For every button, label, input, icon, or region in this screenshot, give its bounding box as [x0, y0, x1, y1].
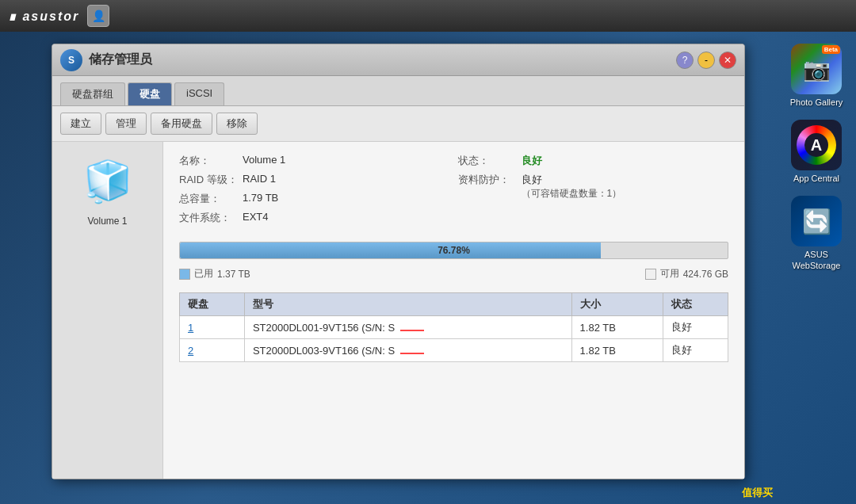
progress-text: 76.78%	[438, 245, 470, 256]
beta-badge: Beta	[822, 45, 840, 54]
filesystem-row: 文件系统： EXT4	[179, 211, 450, 225]
name-label: 名称：	[179, 154, 243, 168]
desktop: S 储存管理员 ? - ✕ 硬盘群组 硬盘 iSCSI 建立 管理 备用硬盘 移…	[0, 32, 856, 504]
app-webstorage[interactable]: ASUSWebStorage	[785, 192, 848, 274]
sn-redacted-1	[400, 330, 424, 331]
disk-link-1[interactable]: 1	[188, 322, 193, 334]
minimize-button[interactable]: -	[697, 52, 715, 69]
disk-size-2: 1.82 TB	[571, 339, 663, 362]
tab-raid-group[interactable]: 硬盘群组	[60, 82, 125, 105]
taskbar: ∎ asustor 👤	[0, 0, 856, 32]
col-header-model: 型号	[244, 293, 571, 316]
storage-legend: 已用 1.37 TB 可用 424.76 GB	[179, 267, 728, 281]
name-value: Volume 1	[243, 154, 285, 166]
total-label: 总容量：	[179, 192, 243, 206]
cube-icon: 🧊	[83, 158, 132, 204]
help-button[interactable]: ?	[676, 52, 694, 69]
disk-row-2: 2 ST2000DL003-9VT166 (S/N: S 1.82 TB 良好	[180, 339, 728, 362]
free-value: 424.76 GB	[683, 269, 728, 280]
total-value: 1.79 TB	[243, 192, 278, 204]
volume-icon[interactable]: 🧊	[80, 154, 136, 209]
disk-table: 硬盘 型号 大小 状态 1 ST2000DL001-9VT156	[179, 292, 728, 362]
disk-status-1: 良好	[663, 316, 728, 339]
filesystem-label: 文件系统：	[179, 211, 243, 225]
disk-id-2: 2	[180, 339, 245, 362]
volume-name: Volume 1	[87, 216, 127, 227]
filesystem-value: EXT4	[243, 211, 269, 223]
window-controls: ? - ✕	[676, 52, 736, 69]
disk-model-1: ST2000DL001-9VT156 (S/N: S	[244, 316, 571, 339]
watermark-text: 值得买	[742, 487, 773, 498]
webstorage-icon-img	[791, 196, 842, 246]
status-label: 状态：	[458, 154, 522, 168]
app-central-icon-img	[791, 120, 842, 170]
storage-manager-window: S 储存管理员 ? - ✕ 硬盘群组 硬盘 iSCSI 建立 管理 备用硬盘 移…	[52, 44, 745, 479]
disk-size-1: 1.82 TB	[571, 316, 663, 339]
col-header-status: 状态	[663, 293, 728, 316]
tab-bar: 硬盘群组 硬盘 iSCSI	[52, 76, 744, 106]
data-protection-note: （可容错硬盘数量：1）	[522, 188, 622, 199]
volume-name-row: 名称： Volume 1	[179, 154, 450, 168]
tab-iscsi[interactable]: iSCSI	[174, 82, 224, 105]
toolbar: 建立 管理 备用硬盘 移除	[52, 106, 744, 142]
data-protection-label: 资料防护：	[458, 173, 522, 187]
free-legend: 可用 424.76 GB	[645, 267, 728, 281]
manage-button[interactable]: 管理	[105, 113, 147, 135]
rainbow-arc	[797, 125, 836, 165]
photo-gallery-icon-img: Beta	[791, 44, 842, 94]
content-area: 🧊 Volume 1 名称： Volume 1 RAID 等级：	[52, 142, 744, 479]
disk-row-1: 1 ST2000DL001-9VT156 (S/N: S 1.82 TB 良好	[180, 316, 728, 339]
info-section-left: 名称： Volume 1 RAID 等级： RAID 1 总容量： 1.79 T…	[179, 154, 450, 230]
spare-disk-button[interactable]: 备用硬盘	[151, 113, 212, 135]
col-header-disk: 硬盘	[180, 293, 245, 316]
app-central-label: App Central	[793, 174, 839, 184]
used-label: 已用	[194, 267, 213, 281]
free-color-swatch	[645, 269, 656, 280]
close-button[interactable]: ✕	[719, 52, 736, 69]
app-sidebar: Beta Photo Gallery App Central ASUSWebSt…	[777, 32, 856, 504]
raid-value: RAID 1	[243, 173, 276, 185]
progress-fill	[180, 242, 601, 258]
storage-progress-bar: 76.78%	[179, 242, 728, 259]
used-value: 1.37 TB	[217, 269, 250, 280]
detail-panel: 名称： Volume 1 RAID 等级： RAID 1 总容量： 1.79 T…	[163, 142, 744, 479]
used-legend: 已用 1.37 TB	[179, 267, 250, 281]
volume-panel: 🧊 Volume 1	[52, 142, 163, 479]
free-label: 可用	[660, 267, 679, 281]
create-button[interactable]: 建立	[60, 113, 101, 135]
total-capacity-row: 总容量： 1.79 TB	[179, 192, 450, 206]
app-photo-gallery[interactable]: Beta Photo Gallery	[785, 40, 848, 112]
photo-gallery-label: Photo Gallery	[790, 97, 843, 108]
asustor-logo: ∎ asustor	[8, 8, 79, 25]
info-grid: 名称： Volume 1 RAID 等级： RAID 1 总容量： 1.79 T…	[179, 154, 728, 230]
user-icon[interactable]: 👤	[87, 5, 109, 27]
window-logo-icon: S	[60, 49, 82, 71]
sn-redacted-2	[400, 353, 424, 354]
window-title: 储存管理员	[89, 52, 676, 68]
info-section-right: 状态： 良好 资料防护： 良好 （可容错硬盘数量：1）	[458, 154, 729, 230]
raid-level-row: RAID 等级： RAID 1	[179, 173, 450, 187]
disk-id-1: 1	[180, 316, 245, 339]
data-protection-row: 资料防护： 良好 （可容错硬盘数量：1）	[458, 173, 729, 200]
raid-label: RAID 等级：	[179, 173, 243, 187]
app-app-central[interactable]: App Central	[785, 116, 848, 188]
col-header-size: 大小	[571, 293, 663, 316]
disk-status-2: 良好	[663, 339, 728, 362]
status-value: 良好	[522, 154, 542, 168]
remove-button[interactable]: 移除	[216, 113, 258, 135]
disk-link-2[interactable]: 2	[188, 345, 193, 357]
status-row: 状态： 良好	[458, 154, 729, 168]
data-protection-value: 良好 （可容错硬盘数量：1）	[522, 173, 622, 200]
bottom-watermark: 值得买	[697, 482, 856, 504]
tab-disk[interactable]: 硬盘	[128, 82, 172, 105]
webstorage-label: ASUSWebStorage	[793, 250, 841, 270]
used-color-swatch	[179, 269, 190, 280]
window-titlebar: S 储存管理员 ? - ✕	[52, 44, 744, 76]
disk-model-2: ST2000DL003-9VT166 (S/N: S	[244, 339, 571, 362]
